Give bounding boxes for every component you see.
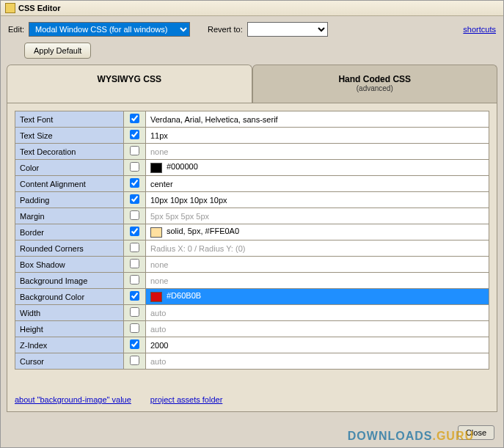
watermark: DOWNLOADS.GURU: [348, 430, 474, 443]
property-value[interactable]: none: [146, 144, 489, 160]
property-check-cell: [124, 192, 146, 208]
button-row: Apply Default: [1, 41, 503, 65]
color-swatch[interactable]: [150, 163, 162, 173]
property-row: Text Decorationnone: [15, 144, 489, 160]
property-label[interactable]: Background Color: [15, 289, 124, 305]
property-value-text: 2000: [150, 341, 168, 350]
property-row: Cursorauto: [15, 353, 489, 370]
property-checkbox[interactable]: [130, 146, 139, 155]
property-check-cell: [124, 208, 146, 224]
property-row: Rounded CornersRadius X: 0 / Radius Y: (…: [15, 240, 489, 257]
property-value[interactable]: center: [146, 176, 489, 192]
property-value-text: auto: [150, 357, 166, 366]
property-value[interactable]: solid, 5px, #FFE0A0: [146, 224, 489, 240]
property-checkbox[interactable]: [130, 259, 139, 268]
property-row: Bordersolid, 5px, #FFE0A0: [15, 224, 489, 240]
property-check-cell: [124, 337, 146, 353]
property-value-text: #D60B0B: [167, 291, 201, 300]
property-checkbox[interactable]: [130, 114, 139, 123]
property-check-cell: [124, 111, 146, 128]
apply-default-button[interactable]: Apply Default: [24, 43, 91, 59]
about-bg-link[interactable]: about "background-image" value: [15, 395, 131, 404]
property-checkbox[interactable]: [130, 307, 139, 317]
property-label[interactable]: Text Decoration: [15, 144, 124, 160]
property-value[interactable]: Verdana, Arial, Helvetica, sans-serif: [146, 111, 489, 128]
property-value-text: 10px 10px 10px 10px: [150, 196, 227, 205]
property-row: Widthauto: [15, 305, 489, 321]
app-icon: [5, 3, 15, 13]
property-label[interactable]: Cursor: [15, 353, 124, 370]
property-value[interactable]: #000000: [146, 160, 489, 176]
property-value-text: none: [150, 276, 168, 285]
property-row: Box Shadownone: [15, 257, 489, 273]
property-label[interactable]: Color: [15, 160, 124, 176]
property-label[interactable]: Width: [15, 305, 124, 321]
bottom-bar: DOWNLOADS.GURU Close: [1, 418, 503, 447]
property-label[interactable]: Margin: [15, 208, 124, 224]
property-checkbox[interactable]: [130, 275, 139, 284]
window-title: CSS Editor: [18, 4, 60, 12]
property-label[interactable]: Padding: [15, 192, 124, 208]
tab-wysiwyg[interactable]: WYSIWYG CSS: [7, 65, 252, 103]
property-row: Background Imagenone: [15, 273, 489, 289]
assets-link[interactable]: project assets folder: [150, 395, 222, 404]
property-checkbox[interactable]: [130, 243, 139, 252]
property-value[interactable]: #D60B0B: [146, 289, 489, 305]
property-checkbox[interactable]: [130, 227, 139, 236]
property-label[interactable]: Box Shadow: [15, 257, 124, 273]
property-row: Color#000000: [15, 160, 489, 176]
property-checkbox[interactable]: [130, 356, 139, 365]
tabs: WYSIWYG CSS Hand Coded CSS (advanced): [7, 65, 497, 103]
property-value[interactable]: auto: [146, 353, 489, 370]
property-checkbox[interactable]: [130, 194, 139, 204]
property-checkbox[interactable]: [130, 162, 139, 172]
property-label[interactable]: Z-Index: [15, 337, 124, 353]
property-check-cell: [124, 224, 146, 240]
property-label[interactable]: Rounded Corners: [15, 240, 124, 257]
property-label[interactable]: Content Alignment: [15, 176, 124, 192]
property-checkbox[interactable]: [130, 130, 139, 139]
property-checkbox[interactable]: [130, 291, 139, 301]
property-value[interactable]: 2000: [146, 337, 489, 353]
property-row: Heightauto: [15, 321, 489, 337]
property-value[interactable]: none: [146, 257, 489, 273]
property-value[interactable]: 11px: [146, 128, 489, 144]
property-value-text: none: [150, 260, 168, 269]
edit-select[interactable]: Modal Window CSS (for all windows): [29, 22, 190, 37]
property-checkbox[interactable]: [130, 339, 139, 349]
property-value-text: auto: [150, 309, 166, 317]
color-swatch[interactable]: [150, 292, 162, 302]
color-swatch[interactable]: [150, 227, 162, 238]
property-label[interactable]: Border: [15, 224, 124, 240]
property-value[interactable]: 10px 10px 10px 10px: [146, 192, 489, 208]
toolbar: Edit: Modal Window CSS (for all windows)…: [1, 16, 503, 41]
property-check-cell: [124, 305, 146, 321]
panel-footer: about "background-image" value project a…: [15, 389, 489, 404]
property-value[interactable]: 5px 5px 5px 5px: [146, 208, 489, 224]
property-row: Content Alignmentcenter: [15, 176, 489, 192]
property-check-cell: [124, 240, 146, 257]
css-editor-window: CSS Editor Edit: Modal Window CSS (for a…: [0, 0, 504, 448]
revert-select[interactable]: [247, 22, 328, 37]
shortcuts-link[interactable]: shortcuts: [463, 25, 496, 34]
property-label[interactable]: Text Size: [15, 128, 124, 144]
property-checkbox[interactable]: [130, 323, 139, 333]
property-label[interactable]: Text Font: [15, 111, 124, 128]
property-value-text: 5px 5px 5px 5px: [150, 212, 209, 221]
property-check-cell: [124, 353, 146, 370]
property-label[interactable]: Background Image: [15, 273, 124, 289]
property-value-text: 11px: [150, 131, 168, 140]
property-row: Margin5px 5px 5px 5px: [15, 208, 489, 224]
property-value[interactable]: Radius X: 0 / Radius Y: (0): [146, 240, 489, 257]
property-value-text: center: [150, 180, 173, 188]
properties-table: Text FontVerdana, Arial, Helvetica, sans…: [15, 111, 489, 370]
property-value[interactable]: auto: [146, 321, 489, 337]
property-checkbox[interactable]: [130, 178, 139, 188]
property-value[interactable]: auto: [146, 305, 489, 321]
property-check-cell: [124, 257, 146, 273]
property-checkbox[interactable]: [130, 210, 139, 220]
property-label[interactable]: Height: [15, 321, 124, 337]
property-value-text: Radius X: 0 / Radius Y: (0): [150, 244, 245, 253]
property-value[interactable]: none: [146, 273, 489, 289]
tab-handcoded[interactable]: Hand Coded CSS (advanced): [252, 65, 498, 103]
